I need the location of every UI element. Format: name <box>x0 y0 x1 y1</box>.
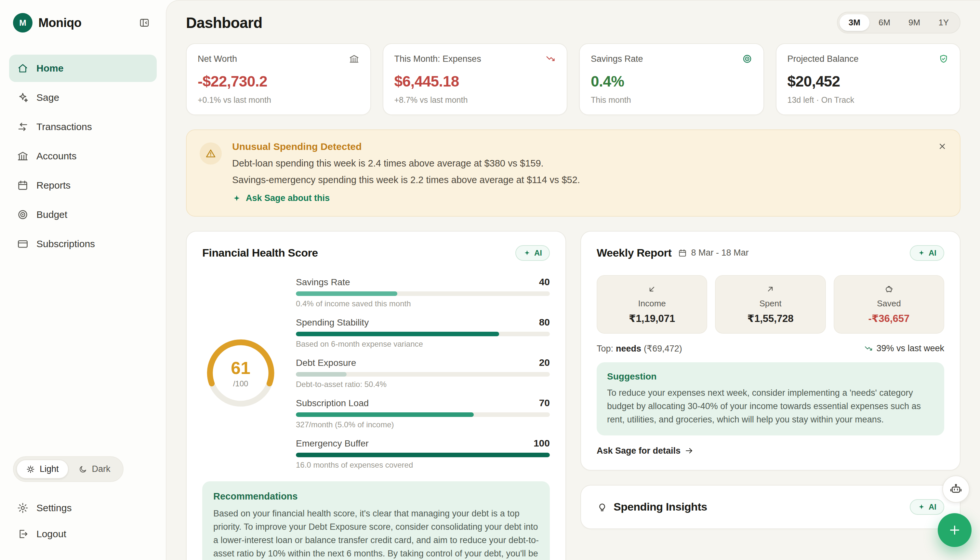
ask-sage-link[interactable]: Ask Sage about this <box>232 193 330 203</box>
metric-score: 100 <box>534 438 550 449</box>
alert-close-button[interactable] <box>935 139 950 153</box>
metric-bar-fill <box>296 332 499 336</box>
sidebar-nav: Home Sage Transactions Accounts Reports … <box>9 55 157 258</box>
stat-value: $20,452 <box>787 73 949 90</box>
sidebar-item-label: Subscriptions <box>37 238 95 250</box>
ai-badge-label: AI <box>534 248 542 258</box>
sidebar-item-sage[interactable]: Sage <box>9 84 157 111</box>
ask-sage-details-link[interactable]: Ask Sage for details <box>597 446 694 456</box>
sparkle-icon <box>232 194 241 203</box>
sidebar-item-label: Accounts <box>37 150 77 162</box>
range-1y-button[interactable]: 1Y <box>929 14 958 31</box>
range-9m-button[interactable]: 9M <box>899 14 929 31</box>
metric-bar <box>296 412 550 417</box>
transfer-arrows-icon <box>17 121 28 133</box>
weekly-top-row: Top: needs (₹69,472) 39% vs last week <box>597 343 944 354</box>
sidebar-item-home[interactable]: Home <box>9 55 157 82</box>
weekly-stat-spent: Spent ₹1,55,728 <box>715 275 825 334</box>
bank-icon <box>17 150 28 162</box>
stat-card-projected-balance: Projected Balance $20,452 13d left · On … <box>776 43 961 115</box>
stat-label: This Month: Expenses <box>394 54 481 64</box>
sidebar-item-reports[interactable]: Reports <box>9 172 157 199</box>
sidebar-item-subscriptions[interactable]: Subscriptions <box>9 230 157 258</box>
weekly-stat-value: ₹1,55,728 <box>747 313 794 325</box>
weekly-stat-value: -₹36,657 <box>868 313 909 325</box>
theme-light-label: Light <box>40 464 59 474</box>
range-3m-button[interactable]: 3M <box>840 14 869 31</box>
weekly-trend: 39% vs last week <box>864 343 944 353</box>
brand: M Moniqo <box>9 10 157 35</box>
top-category-summary: Top: needs (₹69,472) <box>597 343 682 354</box>
metric-debt-exposure: Debt Exposure 20 Debt-to-asset ratio: 50… <box>296 357 550 389</box>
weekly-report-card: Weekly Report 8 Mar - 18 Mar AI <box>581 231 960 470</box>
sidebar-collapse-button[interactable] <box>136 14 153 31</box>
theme-toggle: Light Dark <box>13 456 123 482</box>
stat-value: -$22,730.2 <box>198 73 359 90</box>
sidebar-item-label: Budget <box>37 209 67 220</box>
sidebar-item-logout[interactable]: Logout <box>9 521 157 547</box>
theme-dark-button[interactable]: Dark <box>68 460 120 479</box>
gauge-text: 61 /100 <box>231 358 250 388</box>
main-header: Dashboard 3M 6M 9M 1Y <box>186 1 960 43</box>
arrow-down-left-icon <box>647 284 657 294</box>
app-window: M Moniqo Home Sage Transactions Accounts <box>0 0 980 560</box>
add-transaction-fab[interactable] <box>938 513 972 547</box>
date-range-label: 8 Mar - 18 Mar <box>691 248 749 258</box>
range-6m-button[interactable]: 6M <box>869 14 899 31</box>
metric-bar-fill <box>296 453 550 457</box>
ask-sage-label: Ask Sage about this <box>246 193 330 203</box>
credit-card-icon <box>17 238 28 250</box>
gear-icon <box>17 502 28 514</box>
metric-caption: 0.4% of income saved this month <box>296 299 550 308</box>
top-label: Top: <box>597 344 613 354</box>
logout-label: Logout <box>37 528 67 540</box>
metric-label: Subscription Load <box>296 398 369 408</box>
stat-card-net-worth: Net Worth -$22,730.2 +0.1% vs last month <box>186 43 371 115</box>
alert-body: Unusual Spending Detected Debt-loan spen… <box>232 141 580 205</box>
suggestion-title: Suggestion <box>607 372 934 382</box>
ask-sage-details-label: Ask Sage for details <box>597 446 681 456</box>
sparkle-icon <box>523 249 531 257</box>
stat-card-savings-rate: Savings Rate 0.4% This month <box>579 43 764 115</box>
metric-label: Savings Rate <box>296 277 350 287</box>
weekly-stat-label: Saved <box>877 298 901 308</box>
recommendations-title: Recommendations <box>213 491 539 502</box>
stat-card-expenses: This Month: Expenses $6,445.18 +8.7% vs … <box>383 43 568 115</box>
fhs-gauge: 61 /100 <box>202 335 279 412</box>
recommendations-box: Recommendations Based on your financial … <box>202 481 550 560</box>
fhs-metrics: Savings Rate 40 0.4% of income saved thi… <box>296 277 550 470</box>
metric-emergency-buffer: Emergency Buffer 100 16.0 months of expe… <box>296 438 550 470</box>
page-title: Dashboard <box>186 14 262 32</box>
weekly-stat-label: Income <box>638 298 666 308</box>
metric-subscription-load: Subscription Load 70 327/month (5.0% of … <box>296 397 550 429</box>
trending-down-icon <box>545 54 556 64</box>
ai-badge-label: AI <box>928 502 937 512</box>
metric-bar <box>296 372 550 377</box>
fhs-title: Financial Health Score <box>202 247 318 259</box>
assistant-bot-button[interactable] <box>942 475 970 503</box>
recommendations-text: Based on your financial health score, it… <box>213 507 539 560</box>
sidebar-item-accounts[interactable]: Accounts <box>9 142 157 170</box>
brand-logo: M <box>13 13 33 33</box>
sidebar: M Moniqo Home Sage Transactions Accounts <box>0 0 166 560</box>
stats-row: Net Worth -$22,730.2 +0.1% vs last month… <box>186 43 960 115</box>
top-category: needs <box>616 344 641 354</box>
trend-label: 39% vs last week <box>876 343 944 353</box>
suggestion-text: To reduce your expenses next week, consi… <box>607 386 934 426</box>
target-icon <box>742 54 752 64</box>
theme-light-button[interactable]: Light <box>16 460 68 479</box>
spending-insights-card: Spending Insights AI <box>581 485 960 529</box>
sidebar-item-settings[interactable]: Settings <box>9 495 157 521</box>
close-icon <box>937 142 947 151</box>
sparkle-icon <box>918 503 925 511</box>
weekly-stat-saved: Saved -₹36,657 <box>834 275 944 334</box>
sidebar-item-label: Reports <box>37 180 71 191</box>
sidebar-item-transactions[interactable]: Transactions <box>9 113 157 140</box>
robot-icon <box>950 483 962 496</box>
bank-icon <box>349 54 359 64</box>
alert-line: Savings-emergency spending this week is … <box>232 175 580 185</box>
arrow-right-icon <box>684 446 694 455</box>
metric-label: Debt Exposure <box>296 358 356 368</box>
sidebar-item-budget[interactable]: Budget <box>9 201 157 228</box>
metric-score: 20 <box>539 357 550 368</box>
